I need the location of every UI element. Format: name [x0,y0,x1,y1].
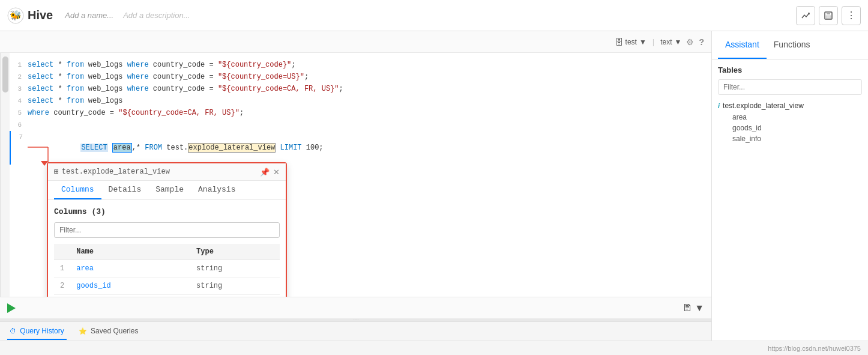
table-row: 3 sale_info string [54,295,280,297]
db-name-label: test [625,38,637,46]
col-type-2: string [190,278,280,295]
col-row-num-2: 2 [54,278,70,295]
code-line-1: 1 select * from web_logs where country_c… [10,59,711,71]
tab-saved-queries[interactable]: ⭐ Saved Queries [76,323,141,340]
table-name-label: test.explode_lateral_view [723,102,804,110]
status-bar: https://blog.csdn.net/huwei0375 [0,341,868,355]
code-btn[interactable]: 🖹 [683,303,692,314]
tree-child-area: area [718,112,862,123]
col-name-header: Name [70,244,190,260]
tree-item-table[interactable]: i test.explode_lateral_view [718,100,862,112]
popup-header-actions: 📌 ✕ [260,168,280,177]
more-dots-icon: ⋮ [846,11,857,20]
tab-functions[interactable]: Functions [767,31,818,59]
chart-icon [801,11,810,20]
database-selector[interactable]: 🗄 test ▼ [615,37,646,47]
popup-panel: ⊞ test.explode_lateral_view 📌 ✕ Columns … [47,162,287,297]
tree-child-goods-id: goods_id [718,123,862,133]
table-row: 1 area string [54,260,280,278]
expand-btn[interactable]: ▼ [695,303,704,314]
tab-assistant[interactable]: Assistant [718,31,767,59]
db-chevron-icon: ▼ [639,38,646,46]
col-num-header [54,244,70,260]
col-row-num-3: 3 [54,295,70,297]
code-line-7: 7 SELECT area,* FROM test.explode_latera… [10,131,711,165]
code-line-6: 6 [10,119,711,131]
run-button[interactable] [7,303,16,313]
svg-rect-3 [827,12,830,14]
editor-toolbar: 🗄 test ▼ | text ▼ ⚙ ? [0,31,711,53]
main-container: 🗄 test ▼ | text ▼ ⚙ ? 1 select * from we… [0,31,868,341]
logo-area: 🐝 Hive [7,7,53,24]
col-type-3: string [190,295,280,297]
scrollbar-thumb[interactable] [2,56,8,93]
editor-area: 🗄 test ▼ | text ▼ ⚙ ? 1 select * from we… [0,31,712,341]
more-options-button[interactable]: ⋮ [842,6,861,25]
columns-header-row: Name Type [54,244,280,260]
scrollbar-track[interactable] [0,53,10,297]
hive-logo-icon: 🐝 [7,7,24,24]
app-title: Hive [28,8,53,22]
code-line-2: 2 select * from web_logs where country_c… [10,71,711,83]
editor-scroll-area: 1 select * from web_logs where country_c… [0,53,711,297]
status-url: https://blog.csdn.net/huwei0375 [768,345,861,352]
popup-tabs: Columns Details Sample Analysis [48,181,286,200]
db-icon: 🗄 [615,37,623,47]
popup-header: ⊞ test.explode_lateral_view 📌 ✕ [48,163,286,181]
close-button[interactable]: ✕ [273,168,280,177]
help-button[interactable]: ? [699,37,704,47]
popup-body: Columns (3) Name Type [48,200,286,297]
svg-rect-4 [826,16,831,19]
info-icon: i [718,102,720,109]
columns-filter-input[interactable] [54,222,280,238]
col-type-header: Type [190,244,280,260]
area-highlight: area [112,143,132,153]
type-chevron-icon: ▼ [675,38,682,46]
right-panel: Assistant Functions Tables i test.explod… [712,31,868,341]
tables-section-title: Tables [718,65,862,74]
history-icon: ⏱ [10,327,16,335]
pin-button[interactable]: 📌 [260,168,270,177]
code-line-4: 4 select * from web_logs [10,95,711,107]
editor-run-bar: 🖹 ▼ [0,297,711,318]
columns-count: Columns (3) [54,207,280,216]
col-name-2: goods_id [70,278,190,295]
table-icon: ⊞ [54,167,59,177]
chart-button[interactable] [796,6,815,25]
tab-sample[interactable]: Sample [148,181,191,199]
columns-table: Name Type 1 area string [54,244,280,297]
code-line-3: 3 select * from web_logs where country_c… [10,83,711,95]
save-button[interactable] [819,6,838,25]
col-type-1: string [190,260,280,278]
code-line-5: 5 where country_code = "${country_code=C… [10,107,711,119]
code-editor[interactable]: 1 select * from web_logs where country_c… [10,53,711,297]
select-keyword: SELECT [80,144,107,152]
top-bar: 🐝 Hive Add a name... Add a description..… [0,0,868,31]
tab-details[interactable]: Details [101,181,149,199]
type-label: text [660,38,672,46]
tab-query-history[interactable]: ⏱ Query History [7,323,67,340]
tab-analysis[interactable]: Analysis [191,181,243,199]
saved-icon: ⭐ [79,327,87,335]
toolbar-separator: | [653,37,654,46]
col-row-num-1: 1 [54,260,70,278]
right-panel-body: Tables i test.explode_lateral_view area … [712,59,868,341]
bottom-tabs: ⏱ Query History ⭐ Saved Queries [0,321,711,341]
right-panel-tabs: Assistant Functions [712,31,868,59]
add-name-field[interactable]: Add a name... [65,11,113,20]
tab-columns[interactable]: Columns [54,181,101,199]
svg-text:🐝: 🐝 [10,10,22,21]
popup-title: ⊞ test.explode_lateral_view [54,167,170,177]
col-name-3: sale_info [70,295,190,297]
table-highlight: explode_lateral_view [188,143,276,153]
type-selector[interactable]: text ▼ [660,38,681,46]
save-icon [824,11,833,20]
tables-filter-input[interactable] [718,79,862,95]
top-bar-actions: ⋮ [796,6,861,25]
col-name-1: area [70,260,190,278]
tables-tree: i test.explode_lateral_view area goods_i… [718,100,862,144]
settings-button[interactable]: ⚙ [686,37,694,47]
side-buttons: 🖹 ▼ [683,303,704,314]
tree-child-sale-info: sale_info [718,133,862,144]
add-desc-field[interactable]: Add a description... [123,11,190,20]
